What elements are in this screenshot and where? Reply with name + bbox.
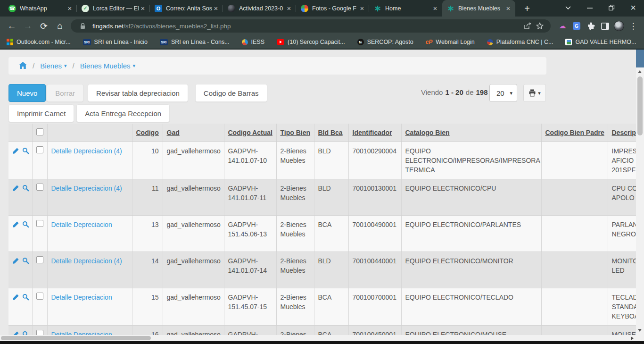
tab-actividad[interactable]: Actividad 2023-0 × (223, 0, 296, 17)
sort-descripcion[interactable]: Descripcion (612, 129, 636, 136)
view-magnifier-icon[interactable] (22, 331, 29, 336)
translate-icon[interactable]: G (570, 19, 584, 33)
tab-correo-outlook[interactable]: O Correo: Anita Sos × (150, 0, 223, 17)
profile-avatar[interactable] (612, 19, 626, 33)
review-depreciation-button[interactable]: Revisar tabla depreciacion (88, 84, 188, 102)
tab-google-photos[interactable]: Fotos - Google F × (296, 0, 369, 17)
view-magnifier-icon[interactable] (22, 147, 29, 157)
bookmark-label: SRI en Línea - Cons... (171, 39, 230, 45)
reload-button[interactable]: ⟳ (36, 18, 52, 34)
bookmark-gad-valle[interactable]: GAD VALLE HERMO... (565, 39, 636, 45)
sort-bld-bca[interactable]: Bld Bca (318, 129, 343, 136)
select-all-checkbox[interactable] (36, 128, 43, 135)
sort-tipo-bien[interactable]: Tipo Bien (281, 129, 311, 136)
horizontal-scrollbar[interactable] (0, 335, 636, 341)
tab-close-icon[interactable]: × (139, 4, 147, 13)
tab-close-icon[interactable]: × (358, 4, 366, 13)
cell-codigo-bien-padre (541, 288, 608, 325)
row-checkbox[interactable] (36, 330, 43, 336)
page-size-select[interactable]: 20 ▾ (489, 84, 517, 102)
row-checkbox[interactable] (36, 146, 43, 153)
bookmark-webmail[interactable]: cP Webmail Login (426, 39, 475, 45)
breadcrumb-bienes[interactable]: Bienes▾ (40, 62, 66, 70)
tab-bienes-muebles-active[interactable]: Bienes Muebles × (442, 0, 515, 17)
bookmark-sri-inicio[interactable]: SRI SRI en Línea - Inicio (83, 39, 148, 45)
tab-lorca-editor[interactable]: ✓ Lorca Editor — El × (77, 0, 150, 17)
detalle-depreciacion-link[interactable]: Detalle Depreciacion (4) (51, 257, 122, 265)
printer-icon (528, 89, 536, 97)
detalle-depreciacion-link[interactable]: Detalle Depreciacion (51, 221, 112, 228)
acta-entrega-button[interactable]: Acta Entrega Recepcion (76, 104, 170, 122)
horizontal-scrollbar-thumb[interactable] (1, 336, 151, 340)
browser-menu-icon[interactable]: ⋮ (626, 19, 640, 33)
detalle-depreciacion-link[interactable]: Detalle Depreciacion (4) (51, 147, 122, 155)
detalle-depreciacion-link[interactable]: Detalle Depreciacion (51, 294, 112, 301)
view-magnifier-icon[interactable] (22, 257, 29, 267)
view-magnifier-icon[interactable] (22, 294, 29, 303)
edit-pencil-icon[interactable] (12, 147, 19, 157)
side-panel-icon[interactable] (598, 19, 612, 33)
address-bar[interactable]: fingads.net/sf2/activos/bienes_muebles2_… (71, 19, 551, 33)
bookmark-outlook[interactable]: Outlook.com - Micr... (7, 39, 71, 45)
bookmark-star-icon[interactable] (534, 20, 546, 32)
share-icon[interactable] (521, 20, 534, 32)
sort-codigo-bien-padre[interactable]: Codigo Bien Padre (545, 129, 604, 136)
breadcrumb-bienes-muebles[interactable]: Bienes Muebles▾ (80, 62, 135, 70)
window-bottom-edge (0, 341, 644, 344)
bookmark-sercop-agosto[interactable]: fn SERCOP: Agosto (357, 39, 413, 45)
tab-close-icon[interactable]: × (431, 4, 439, 13)
scroll-up-icon[interactable] (638, 70, 642, 73)
new-tab-button[interactable]: + (520, 1, 534, 16)
print-button[interactable]: ▾ (523, 84, 546, 102)
new-button[interactable]: Nuevo (8, 84, 46, 102)
barcode-button[interactable]: Codigo de Barras (195, 84, 267, 102)
forward-button[interactable]: → (20, 18, 36, 34)
bookmark-plataforma-cnc[interactable]: Plataforma CNC | C... (487, 39, 553, 45)
tab-close-icon[interactable]: × (285, 4, 293, 13)
tab-close-icon[interactable]: × (212, 4, 220, 13)
cloud-extension-icon[interactable]: ☁ (555, 19, 570, 33)
detalle-depreciacion-link[interactable]: Detalle Depreciacion (4) (51, 185, 122, 192)
row-checkbox[interactable] (36, 184, 43, 191)
sort-identificador[interactable]: Identificador (353, 129, 392, 136)
bookmark-sercop-youtube[interactable]: (10) Sercop Capacit... (277, 39, 345, 45)
bookmark-iess[interactable]: IESS (242, 39, 265, 45)
delete-button[interactable]: Borrar (47, 84, 83, 102)
view-magnifier-icon[interactable] (22, 221, 29, 230)
row-checkbox[interactable] (36, 220, 43, 227)
minimize-button[interactable] (579, 0, 601, 16)
print-card-button[interactable]: Imprimir Carnet (8, 104, 74, 122)
lock-icon[interactable] (76, 20, 89, 32)
sort-codigo-actual[interactable]: Codigo Actual (228, 129, 272, 136)
restore-button[interactable] (601, 0, 622, 16)
sort-codigo[interactable]: Codigo (136, 129, 159, 136)
view-magnifier-icon[interactable] (22, 185, 29, 194)
breadcrumb-home-icon[interactable] (19, 62, 27, 70)
vertical-scrollbar-thumb[interactable] (637, 76, 643, 135)
tab-whatsapp[interactable]: ☎ WhatsApp × (4, 0, 77, 17)
scroll-down-icon[interactable] (638, 329, 642, 332)
cell-gad: gad_vallehermoso (163, 179, 224, 215)
extensions-puzzle-icon[interactable] (584, 19, 598, 33)
edit-pencil-icon[interactable] (12, 331, 19, 336)
edit-pencil-icon[interactable] (12, 221, 19, 230)
vertical-scrollbar[interactable] (636, 50, 644, 341)
tab-close-icon[interactable]: × (66, 4, 74, 13)
header-detail (47, 124, 132, 142)
sort-catalogo-bien[interactable]: Catalogo Bien (405, 129, 450, 136)
tab-close-icon[interactable]: × (504, 4, 512, 13)
browser-home-button[interactable]: ⌂ (52, 18, 68, 34)
edit-pencil-icon[interactable] (12, 185, 19, 194)
sort-gad[interactable]: Gad (167, 129, 180, 136)
edit-pencil-icon[interactable] (12, 257, 19, 267)
scroll-right-icon[interactable] (631, 336, 634, 340)
tab-search-chevron-icon[interactable] (557, 0, 579, 16)
row-checkbox[interactable] (36, 293, 43, 300)
tab-home[interactable]: Home × (369, 0, 442, 17)
bookmark-sri-consultas[interactable]: SRI SRI en Línea - Cons... (160, 39, 230, 45)
row-checkbox[interactable] (36, 256, 43, 263)
back-button[interactable]: ← (4, 18, 20, 34)
edit-pencil-icon[interactable] (12, 294, 19, 303)
detalle-depreciacion-link[interactable]: Detalle Depreciacion (51, 331, 112, 336)
close-window-button[interactable]: × (622, 0, 644, 16)
